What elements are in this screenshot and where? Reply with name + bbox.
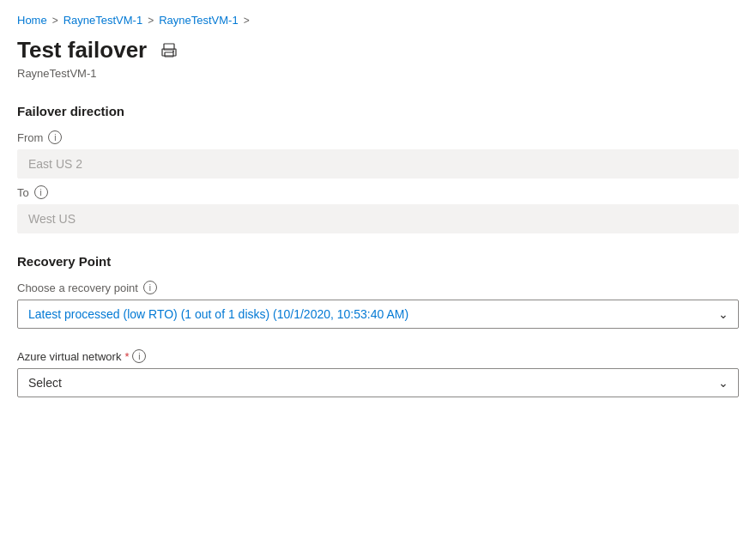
page-subtitle: RayneTestVM-1 bbox=[17, 67, 739, 80]
breadcrumb-home[interactable]: Home bbox=[17, 14, 47, 27]
recovery-point-value: Latest processed (low RTO) (1 out of 1 d… bbox=[28, 307, 408, 321]
page-header: Test failover bbox=[17, 37, 739, 64]
recovery-info-icon[interactable]: i bbox=[143, 281, 157, 294]
to-label-row: To i bbox=[17, 185, 739, 199]
breadcrumb: Home > RayneTestVM-1 > RayneTestVM-1 > bbox=[17, 14, 739, 27]
from-label-row: From i bbox=[17, 130, 739, 144]
azure-network-info-icon[interactable]: i bbox=[132, 349, 146, 363]
failover-section-title: Failover direction bbox=[17, 104, 739, 118]
page-title: Test failover bbox=[17, 37, 147, 64]
azure-network-group: Azure virtual network * i Select ⌄ bbox=[17, 349, 739, 397]
to-info-icon[interactable]: i bbox=[34, 185, 48, 199]
recovery-point-dropdown-container: Latest processed (low RTO) (1 out of 1 d… bbox=[17, 300, 739, 329]
breadcrumb-sep-3: > bbox=[244, 15, 250, 27]
from-label: From bbox=[17, 131, 43, 144]
breadcrumb-sep-2: > bbox=[148, 15, 154, 27]
azure-network-label: Azure virtual network bbox=[17, 350, 121, 363]
from-field-group: From i East US 2 bbox=[17, 130, 739, 179]
to-field-group: To i West US bbox=[17, 185, 739, 233]
azure-network-placeholder: Select bbox=[28, 376, 62, 390]
print-button[interactable] bbox=[157, 39, 181, 63]
recovery-point-group: Choose a recovery point i Latest process… bbox=[17, 281, 739, 329]
recovery-section-title: Recovery Point bbox=[17, 254, 739, 269]
azure-network-dropdown-container: Select ⌄ bbox=[17, 368, 739, 397]
breadcrumb-vm2[interactable]: RayneTestVM-1 bbox=[159, 14, 238, 27]
svg-point-3 bbox=[172, 51, 174, 52]
choose-recovery-label: Choose a recovery point bbox=[17, 282, 138, 294]
breadcrumb-vm1[interactable]: RayneTestVM-1 bbox=[64, 14, 142, 27]
from-value: East US 2 bbox=[17, 149, 739, 179]
to-value: West US bbox=[17, 204, 739, 233]
failover-direction-section: Failover direction From i East US 2 To i… bbox=[17, 104, 739, 233]
azure-network-section: Azure virtual network * i Select ⌄ bbox=[17, 349, 739, 397]
recovery-point-dropdown[interactable]: Latest processed (low RTO) (1 out of 1 d… bbox=[17, 300, 739, 329]
breadcrumb-sep-1: > bbox=[52, 15, 58, 27]
azure-network-required: * bbox=[124, 350, 129, 363]
choose-recovery-label-row: Choose a recovery point i bbox=[17, 281, 739, 294]
from-info-icon[interactable]: i bbox=[48, 130, 62, 144]
recovery-point-section: Recovery Point Choose a recovery point i… bbox=[17, 254, 739, 329]
azure-network-dropdown[interactable]: Select bbox=[17, 368, 739, 397]
azure-network-label-row: Azure virtual network * i bbox=[17, 349, 739, 363]
to-label: To bbox=[17, 186, 29, 199]
print-icon bbox=[160, 42, 178, 59]
